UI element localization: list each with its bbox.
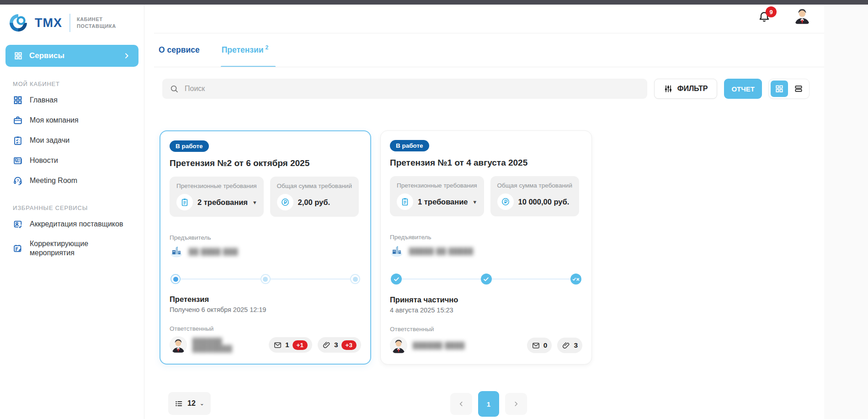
stage-title: Принята частично <box>390 295 582 304</box>
claims-card-list: В работе Претензия №2 от 6 октября 2025 … <box>160 130 592 365</box>
filter-button-label: ФИЛЬТР <box>677 85 708 93</box>
step-dot-pending <box>261 274 271 284</box>
claim-card[interactable]: В работе Претензия №2 от 6 октября 2025 … <box>160 130 371 365</box>
messages-counter[interactable]: 1 +1 <box>269 337 312 353</box>
chevron-down-icon: ⌄ <box>200 400 204 407</box>
current-page-button[interactable]: 1 <box>478 391 499 417</box>
requirements-dropdown[interactable]: 1 требование ▾ <box>397 193 477 210</box>
attachments-counter[interactable]: 3 <box>557 338 582 353</box>
chevron-left-icon <box>458 401 464 407</box>
briefcase-icon <box>13 115 23 125</box>
requirements-dropdown[interactable]: 2 требования ▾ <box>176 194 257 210</box>
organization-avatar <box>390 244 404 258</box>
tab-claims-count: 2 <box>265 44 268 51</box>
logo[interactable]: ТМХ КАБИНЕТ ПОСТАВЩИКА <box>0 5 144 38</box>
clipboard-icon <box>176 194 193 210</box>
status-badge: В работе <box>170 140 209 152</box>
total-sum-panel: Общая сумма требований 2,00 руб. <box>270 177 359 217</box>
sidebar-item-label: Главная <box>30 96 58 105</box>
claim-title: Претензия №1 от 4 августа 2025 <box>390 158 582 168</box>
sidebar-item-meeting-room[interactable]: ? Meeting Room <box>0 171 144 191</box>
presenter-block: Предъявитель ██ ████ ███ <box>170 234 361 258</box>
news-icon <box>13 156 23 166</box>
envelope-icon <box>273 341 282 349</box>
sidebar-section-favorite-services: ИЗБРАННЫЕ СЕРВИСЫ <box>13 204 131 211</box>
messages-counter[interactable]: 0 <box>527 338 552 353</box>
corrective-actions-icon <box>13 243 23 253</box>
brand-name: ТМХ <box>35 16 62 30</box>
grid-view-icon <box>775 84 784 93</box>
claim-card[interactable]: В работе Претензия №1 от 4 августа 2025 … <box>380 130 592 365</box>
services-button[interactable]: Сервисы <box>5 45 138 67</box>
chevron-right-icon <box>513 401 519 407</box>
filter-button[interactable]: ФИЛЬТР <box>654 79 718 99</box>
step-dot-active <box>170 274 181 284</box>
tab-about-service[interactable]: О сервисе <box>158 33 201 67</box>
tabs: О сервисе Претензии2 <box>158 33 269 67</box>
sidebar-item-label: Новости <box>30 156 58 165</box>
prev-page-button[interactable] <box>450 393 472 415</box>
claim-summary-panels: Претензионные требования 1 требование ▾ … <box>390 176 582 216</box>
envelope-icon <box>532 341 540 350</box>
search-icon <box>170 84 179 94</box>
logo-divider <box>69 14 70 32</box>
page-size-selector[interactable]: 12 ⌄ <box>168 392 211 415</box>
requirements-panel: Претензионные требования 2 требования ▾ <box>170 177 264 217</box>
page-size-value: 12 <box>187 399 196 408</box>
tab-claims[interactable]: Претензии2 <box>221 33 270 67</box>
responsible-name-blurred: ██████ ████ <box>413 342 465 349</box>
clipboard-icon <box>397 193 413 210</box>
grid-icon <box>13 95 23 105</box>
sidebar-item-my-company[interactable]: Моя компания <box>0 110 144 130</box>
attachments-counter[interactable]: 3 +3 <box>318 337 361 353</box>
grid-view-button[interactable] <box>771 81 788 97</box>
tasks-icon <box>13 135 23 145</box>
chevron-right-icon <box>123 52 130 59</box>
sidebar-item-main[interactable]: Главная <box>0 90 144 110</box>
report-button[interactable]: ОТЧЕТ <box>724 79 762 99</box>
sidebar-item-label: Аккредитация поставщиков <box>30 220 123 229</box>
notification-count-badge: 9 <box>766 6 777 17</box>
sidebar-item-my-tasks[interactable]: Мои задачи <box>0 130 144 150</box>
paperclip-icon <box>322 341 331 349</box>
supplier-cabinet-app: ТМХ КАБИНЕТ ПОСТАВЩИКА Сервисы МОЙ КАБИН… <box>0 0 868 419</box>
right-rail <box>824 5 868 419</box>
list-icon <box>175 399 183 408</box>
tmx-logo-icon <box>7 12 29 34</box>
meeting-headset-icon: ? <box>13 176 23 186</box>
responsible-avatar <box>390 337 407 354</box>
ruble-icon <box>277 194 293 210</box>
caret-down-icon: ▾ <box>253 199 256 206</box>
search-box[interactable] <box>162 79 647 99</box>
organization-avatar <box>170 245 183 258</box>
presenter-name-blurred: ██ ████ ███ <box>189 248 238 255</box>
sidebar-item-label: Мои задачи <box>30 136 69 145</box>
requirements-panel: Претензионные требования 1 требование ▾ <box>390 176 484 216</box>
total-sum-panel: Общая сумма требований 10 000,00 руб. <box>490 176 579 216</box>
responsible-block: Ответственный █████ <box>170 325 361 354</box>
step-done-icon <box>391 274 402 285</box>
grid-icon <box>14 51 23 60</box>
step-check-cross-icon <box>570 274 581 285</box>
svg-text:?: ? <box>16 179 19 183</box>
toolbar: ФИЛЬТР ОТЧЕТ <box>162 79 809 99</box>
notifications-button[interactable]: 9 <box>757 10 776 28</box>
sidebar-item-corrective-actions[interactable]: Корректирующие мероприятия <box>0 234 137 263</box>
list-view-button[interactable] <box>790 81 807 97</box>
cabinet-subtitle: КАБИНЕТ ПОСТАВЩИКА <box>77 16 116 30</box>
next-page-button[interactable] <box>505 393 527 415</box>
search-input[interactable] <box>185 85 640 93</box>
sidebar: ТМХ КАБИНЕТ ПОСТАВЩИКА Сервисы МОЙ КАБИН… <box>0 5 144 419</box>
caret-down-icon: ▾ <box>474 199 477 205</box>
new-attachments-badge: +3 <box>341 340 357 350</box>
responsible-name-blurred: ██████ ████████ <box>192 338 258 352</box>
pagination: 1 <box>450 391 527 417</box>
new-messages-badge: +1 <box>293 340 308 350</box>
claim-summary-panels: Претензионные требования 2 требования ▾ … <box>170 177 361 217</box>
claim-progress-stepper <box>390 274 582 285</box>
sidebar-item-news[interactable]: Новости <box>0 150 144 171</box>
sidebar-item-accreditation[interactable]: Аккредитация поставщиков <box>0 214 144 234</box>
user-avatar[interactable] <box>792 5 812 26</box>
paperclip-icon <box>562 341 570 350</box>
responsible-avatar <box>170 336 187 354</box>
